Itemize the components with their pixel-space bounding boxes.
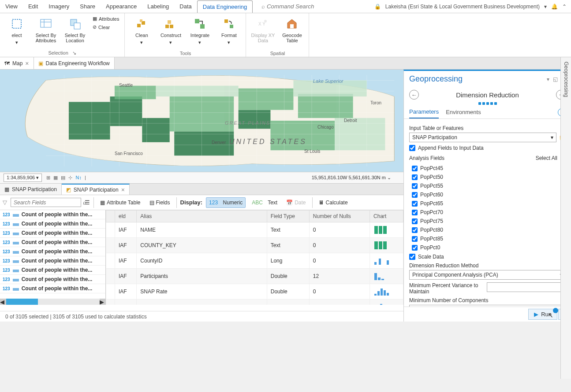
tab-labeling[interactable]: Labeling bbox=[142, 0, 174, 12]
col-header[interactable]: Chart bbox=[370, 211, 403, 222]
svg-rect-26 bbox=[115, 86, 156, 100]
gp-tab-environments[interactable]: Environments bbox=[446, 106, 481, 118]
search-fields-input[interactable] bbox=[14, 200, 80, 206]
analysis-field-checkbox[interactable]: PopPct75 bbox=[412, 217, 566, 226]
tab-view[interactable]: View bbox=[0, 0, 23, 12]
table-row[interactable]: IAFCountyIDLong0 bbox=[106, 253, 403, 269]
table-row[interactable]: IAFParticipantsDouble12 bbox=[106, 269, 403, 284]
analysis-field-checkbox[interactable]: PopPct85 bbox=[412, 234, 566, 243]
analysis-field-checkbox[interactable]: PopPct60 bbox=[412, 190, 566, 199]
scale-data-checkbox[interactable]: Scale Data bbox=[409, 254, 566, 260]
back-button[interactable]: ← bbox=[409, 90, 419, 100]
gp-body[interactable]: Input Table or Features SNAP Participati… bbox=[404, 119, 571, 307]
col-header[interactable]: Number of Nulls bbox=[309, 211, 369, 222]
col-header[interactable]: Alias bbox=[137, 211, 267, 222]
zoom-to-icon[interactable]: ▦ bbox=[52, 174, 59, 181]
select-by-location-button[interactable]: Select By Location bbox=[62, 15, 88, 49]
field-list-item[interactable]: 123Count of people within the... bbox=[0, 219, 105, 229]
format-button[interactable]: Format▾ bbox=[216, 15, 242, 50]
close-icon[interactable]: × bbox=[121, 186, 125, 193]
select-all-button[interactable]: Select All bbox=[536, 155, 557, 161]
field-list-item[interactable]: 123Count of people within the... bbox=[0, 229, 105, 238]
analysis-field-checkbox[interactable]: PopPct0 bbox=[412, 243, 566, 252]
input-table-label: Input Table or Features bbox=[409, 125, 566, 131]
command-search[interactable]: ⌕ bbox=[261, 3, 328, 10]
close-icon[interactable]: × bbox=[25, 60, 29, 67]
analysis-field-checkbox[interactable]: PopPct45 bbox=[412, 164, 566, 173]
filter-icon[interactable]: ▽ bbox=[3, 199, 7, 206]
gp-menu-icon[interactable]: ▾ bbox=[547, 76, 549, 82]
hscroll-fields[interactable]: ◀▶ bbox=[0, 299, 106, 305]
tab-imagery[interactable]: Imagery bbox=[43, 0, 75, 12]
analysis-field-checkbox[interactable]: PopPct50 bbox=[412, 173, 566, 181]
collapse-ribbon-icon[interactable]: ⌃ bbox=[562, 4, 567, 10]
map-scale[interactable]: 1:34,859,906 ▾ bbox=[4, 174, 42, 182]
field-list-item[interactable]: 123Count of people within the... bbox=[0, 275, 105, 284]
field-list-item[interactable]: 123Count of people within the... bbox=[0, 247, 105, 256]
display-text-button[interactable]: ABC Text bbox=[249, 198, 280, 207]
display-date-button[interactable]: 📅Date bbox=[284, 198, 308, 207]
gp-dock-icon[interactable]: ◱ bbox=[553, 76, 558, 82]
map-canvas[interactable]: RTH CIFIC EAN UNITED STATES GREAT PLAINS… bbox=[0, 70, 403, 172]
stats-table[interactable]: eldAliasField TypeNumber of NullsChart I… bbox=[106, 210, 403, 305]
tab-data-engineering[interactable]: Data Engineering bbox=[197, 0, 253, 13]
analysis-field-checkbox[interactable]: PopPct70 bbox=[412, 208, 566, 217]
field-list-item[interactable]: 123Count of people within the... bbox=[0, 238, 105, 247]
tab-edit[interactable]: Edit bbox=[23, 0, 43, 12]
analysis-field-checkbox[interactable]: PopPct55 bbox=[412, 181, 566, 190]
construct-button[interactable]: Construct▾ bbox=[157, 15, 184, 50]
integrate-button[interactable]: Integrate▾ bbox=[187, 15, 213, 50]
menu-icon[interactable]: ☰ bbox=[85, 199, 90, 206]
doc-tab-map[interactable]: 🗺 Map × bbox=[0, 57, 34, 69]
field-list-item[interactable]: 123Count of people within the... bbox=[0, 284, 105, 293]
col-header[interactable]: eld bbox=[115, 211, 137, 222]
clear-button[interactable]: ⊘Clear bbox=[91, 23, 121, 31]
attributes-button[interactable]: ▦Attributes bbox=[91, 15, 121, 22]
tab-data[interactable]: Data bbox=[174, 0, 197, 12]
calculate-button[interactable]: 🖩Calculate bbox=[316, 198, 351, 207]
table-row[interactable]: oun2018 Median Household Income (Esri)Lo… bbox=[106, 300, 403, 305]
grid-icon[interactable]: ▤ bbox=[60, 174, 66, 181]
search-fields[interactable]: ⌕ bbox=[11, 198, 81, 207]
right-rail[interactable]: Geoprocessing bbox=[560, 57, 571, 379]
sparkline-icon bbox=[13, 212, 19, 217]
run-button[interactable]: ▶ Run ↖ bbox=[528, 309, 557, 320]
select-button[interactable]: elect▾ bbox=[4, 15, 30, 49]
svg-rect-19 bbox=[290, 24, 294, 28]
table-row[interactable]: IAFSNAP RateDouble0 bbox=[106, 284, 403, 300]
user-name[interactable]: Lakeisha (Esri State & Local Government … bbox=[385, 4, 540, 10]
bottom-tab-stats[interactable]: ◩ SNAP Participation × bbox=[62, 184, 130, 195]
display-numeric-button[interactable]: 123 Numeric bbox=[206, 197, 246, 208]
tab-appearance[interactable]: Appearance bbox=[101, 0, 142, 12]
command-search-input[interactable] bbox=[267, 3, 328, 10]
fields-button[interactable]: ▤Fields bbox=[147, 198, 173, 207]
snap-icon[interactable]: ⊹ bbox=[67, 174, 73, 181]
field-list-item[interactable]: 123Count of people within the... bbox=[0, 210, 105, 219]
analysis-field-checkbox[interactable]: PopPct80 bbox=[412, 226, 566, 234]
attribute-table-button[interactable]: ▦Attribute Table bbox=[97, 198, 143, 207]
analysis-field-checkbox[interactable]: PopPct65 bbox=[412, 199, 566, 208]
extent-icon[interactable]: ⊞ bbox=[45, 174, 51, 181]
doc-tab-workflow[interactable]: ▣ Data Engineering Workflow bbox=[34, 57, 115, 69]
user-dropdown-icon[interactable]: ▾ bbox=[544, 4, 547, 10]
table-row[interactable]: IAFCOUNTY_KEYText0 bbox=[106, 238, 403, 253]
append-fields-checkbox[interactable]: Append Fields to Input Data bbox=[409, 145, 566, 151]
field-list-item[interactable]: 123Count of people within the... bbox=[0, 266, 105, 275]
table-row[interactable]: IAFNAMEText0 bbox=[106, 222, 403, 238]
gp-tab-parameters[interactable]: Parameters bbox=[409, 106, 439, 118]
measure-icon[interactable]: N↕ bbox=[75, 174, 82, 181]
tab-share[interactable]: Share bbox=[75, 0, 101, 12]
method-select[interactable]: Principal Component Analysis (PCA)▾ bbox=[409, 270, 566, 280]
clean-button[interactable]: Clean▾ bbox=[128, 15, 155, 50]
min-pct-input[interactable] bbox=[487, 282, 566, 292]
field-list[interactable]: 123Count of people within the...123Count… bbox=[0, 210, 106, 305]
field-list-item[interactable]: 123Count of people within the... bbox=[0, 256, 105, 266]
col-header[interactable]: Field Type bbox=[267, 211, 309, 222]
select-by-attributes-button[interactable]: Select By Attributes bbox=[33, 15, 59, 49]
svg-rect-1 bbox=[41, 19, 51, 27]
selection-group-label: Selection ↘ bbox=[4, 49, 121, 57]
geocode-table-button[interactable]: Geocode Table bbox=[279, 15, 305, 50]
notifications-icon[interactable]: 🔔 bbox=[551, 4, 558, 10]
bottom-tab-table[interactable]: ▦ SNAP Participation bbox=[0, 184, 62, 195]
input-table-select[interactable]: SNAP Participation▾ bbox=[409, 133, 556, 142]
